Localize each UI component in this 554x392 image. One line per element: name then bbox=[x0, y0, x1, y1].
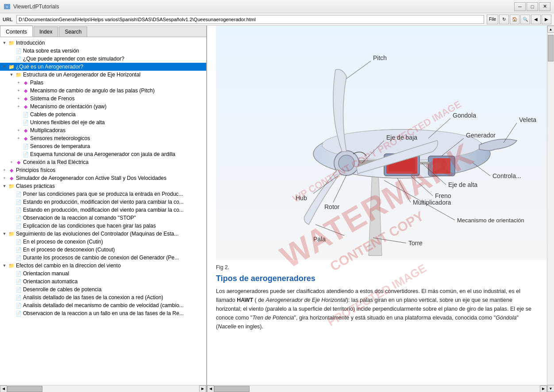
tree-expander[interactable] bbox=[15, 119, 22, 126]
tree-item[interactable]: +◆Sensores meteorologicos bbox=[0, 134, 206, 142]
tree-expander[interactable] bbox=[8, 246, 15, 253]
tree-expander[interactable] bbox=[8, 190, 15, 198]
tree-item[interactable]: +◆Multiplicadoras bbox=[0, 126, 206, 134]
tree-item[interactable]: 📄Observacion de la reaccion a un fallo e… bbox=[0, 309, 206, 317]
tree-expander[interactable]: ▼ bbox=[1, 39, 8, 46]
content-h-scrollbar[interactable]: ◀ ▶ bbox=[207, 385, 547, 392]
tree-expander[interactable] bbox=[8, 286, 15, 293]
tree-item[interactable]: 📄Nota sobre esta versión bbox=[0, 47, 206, 55]
scroll-right-arrow[interactable]: ▶ bbox=[199, 385, 206, 392]
tree-item[interactable]: 📄En el proceso de desconexion (Cutout) bbox=[0, 246, 206, 254]
content-scroll-thumb[interactable] bbox=[214, 386, 250, 392]
tree-expander[interactable] bbox=[8, 222, 15, 229]
tree-expander[interactable] bbox=[8, 214, 15, 221]
scroll-left-arrow[interactable]: ◀ bbox=[0, 385, 7, 392]
v-scroll-down[interactable]: ▼ bbox=[547, 385, 554, 392]
back-button[interactable]: ◀ bbox=[531, 15, 541, 24]
tree-item[interactable]: 📄Explicacion de las condiciones que hace… bbox=[0, 222, 206, 230]
tree-expander[interactable] bbox=[8, 278, 15, 285]
tree-expander[interactable]: + bbox=[15, 135, 22, 142]
tree-expander[interactable] bbox=[8, 198, 15, 206]
minimize-button[interactable]: ─ bbox=[514, 2, 526, 11]
tree-expander[interactable]: + bbox=[15, 127, 22, 134]
tree-item[interactable]: +◆Palas bbox=[0, 79, 206, 87]
tree-item[interactable]: ▼📁Efectos del cambio en la direccion del… bbox=[0, 262, 206, 270]
tree-expander[interactable] bbox=[8, 47, 15, 54]
tree-expander[interactable]: ▼ bbox=[1, 230, 8, 237]
reload-button[interactable]: ↻ bbox=[499, 15, 509, 24]
content-scroll-track[interactable] bbox=[214, 385, 540, 392]
tab-contents[interactable]: Contents bbox=[0, 26, 33, 37]
tree-item[interactable]: ▼📁Seguimiento de las evoluciones del Con… bbox=[0, 230, 206, 238]
tree-item[interactable]: ▼📁Clases prácticas bbox=[0, 182, 206, 190]
tree-expander[interactable] bbox=[8, 254, 15, 261]
tree-item[interactable]: +◆Mecanismo de orientación (yaw) bbox=[0, 103, 206, 110]
v-scroll-thumb[interactable] bbox=[548, 35, 554, 61]
tab-index[interactable]: Index bbox=[34, 27, 58, 37]
maximize-button[interactable]: □ bbox=[527, 2, 538, 11]
tree-item[interactable]: 📄Estando en producción, modificacion del… bbox=[0, 206, 206, 214]
tree-item[interactable]: 📄Uniones flexibles del eje de alta bbox=[0, 118, 206, 126]
tree-item[interactable]: ▼📁Estructura de un Aerogenerador de Eje … bbox=[0, 71, 206, 79]
scroll-thumb[interactable] bbox=[7, 386, 42, 392]
home-button[interactable]: 🏠 bbox=[510, 15, 519, 24]
tree-item[interactable]: +◆Mecanismo de cambio de angulo de las p… bbox=[0, 87, 206, 95]
tree-expander[interactable]: ▼ bbox=[8, 71, 15, 78]
url-input[interactable] bbox=[16, 15, 484, 24]
tree-item[interactable]: +◆Simulador de Aerogenerador con Active … bbox=[0, 174, 206, 182]
tree-expander[interactable] bbox=[8, 270, 15, 277]
tree-expander[interactable]: + bbox=[8, 159, 15, 166]
tree-item[interactable]: 📄Estando en producción, modificacion del… bbox=[0, 198, 206, 206]
tree-item[interactable]: 📄Sensores de temperatura bbox=[0, 142, 206, 150]
tab-search[interactable]: Search bbox=[59, 27, 87, 37]
tree-item[interactable]: 📄Analisis detallado de las fases de la c… bbox=[0, 293, 206, 301]
tree-expander[interactable] bbox=[8, 294, 15, 301]
file-button[interactable]: File bbox=[487, 15, 498, 24]
tree-item[interactable]: 📄En el proceso de conexion (Cutin) bbox=[0, 238, 206, 246]
tree-item[interactable]: 📄Cables de potencia bbox=[0, 110, 206, 118]
tree-item[interactable]: 📄Durante los procesos de cambio de conex… bbox=[0, 254, 206, 262]
tree-expander[interactable]: ▼ bbox=[1, 262, 8, 269]
tree-item[interactable]: 📄Desenrolle de cables de potencia bbox=[0, 285, 206, 293]
scroll-track[interactable] bbox=[7, 385, 199, 392]
tree-expander[interactable]: + bbox=[15, 103, 22, 110]
content-v-scrollbar[interactable]: ▲ ▼ bbox=[547, 26, 554, 392]
tree-item[interactable]: 📄Orientacion manual bbox=[0, 270, 206, 278]
content-area[interactable]: WATERMARK CONTENT COPY WP CONTENT COPY P… bbox=[207, 26, 547, 385]
tree-item[interactable]: 📄Esquema funcional de una Aerogenerador … bbox=[0, 150, 206, 158]
search-button[interactable]: 🔍 bbox=[520, 15, 530, 24]
tree-expander[interactable] bbox=[15, 111, 22, 118]
v-scroll-up[interactable]: ▲ bbox=[547, 26, 554, 33]
tree-expander[interactable] bbox=[15, 143, 22, 150]
tree-item[interactable]: +◆Principios físicos bbox=[0, 166, 206, 174]
v-scroll-track[interactable] bbox=[547, 33, 554, 385]
tree-item[interactable]: 📄Observacion de la reaccion al comando "… bbox=[0, 214, 206, 222]
tree-expander[interactable] bbox=[8, 310, 15, 317]
content-scroll-right[interactable]: ▶ bbox=[540, 385, 547, 392]
tree-expander[interactable]: + bbox=[15, 87, 22, 94]
tree-expander[interactable]: + bbox=[15, 95, 22, 102]
close-button[interactable]: ✕ bbox=[539, 2, 550, 11]
tree-expander[interactable]: + bbox=[1, 167, 8, 174]
tree-expander[interactable] bbox=[15, 151, 22, 158]
tree-expander[interactable] bbox=[8, 238, 15, 245]
content-scroll-left[interactable]: ◀ bbox=[207, 385, 214, 392]
tree-expander[interactable]: ▼ bbox=[1, 63, 8, 70]
tree-item[interactable]: 📄Analisis detallado del mecanismo de cam… bbox=[0, 301, 206, 309]
tree-expander[interactable]: + bbox=[15, 79, 22, 86]
forward-button[interactable]: ▶ bbox=[542, 15, 551, 24]
tree-expander[interactable] bbox=[8, 55, 15, 62]
tree-h-scrollbar[interactable]: ◀ ▶ bbox=[0, 385, 206, 392]
tree-expander[interactable]: + bbox=[1, 175, 8, 182]
tree-container[interactable]: ▼📁Introducción 📄Nota sobre esta versión … bbox=[0, 37, 206, 385]
tree-item[interactable]: +◆Conexión a la Red Eléctrica bbox=[0, 158, 206, 166]
tree-item[interactable]: ▼📁Introducción bbox=[0, 39, 206, 47]
tree-expander[interactable] bbox=[8, 302, 15, 309]
tree-item[interactable]: 📄¿Que puede aprender con este simulador? bbox=[0, 55, 206, 63]
tree-expander[interactable] bbox=[8, 206, 15, 213]
tree-item[interactable]: ▼📁¿Qué es un Aerogenerador? bbox=[0, 63, 206, 71]
tree-item[interactable]: 📄Orientacion automatica bbox=[0, 278, 206, 285]
tree-expander[interactable]: ▼ bbox=[1, 183, 8, 190]
tree-item[interactable]: +◆Sistema de Frenos bbox=[0, 95, 206, 103]
tree-item[interactable]: 📄Poner las condiciones para que se produ… bbox=[0, 190, 206, 198]
